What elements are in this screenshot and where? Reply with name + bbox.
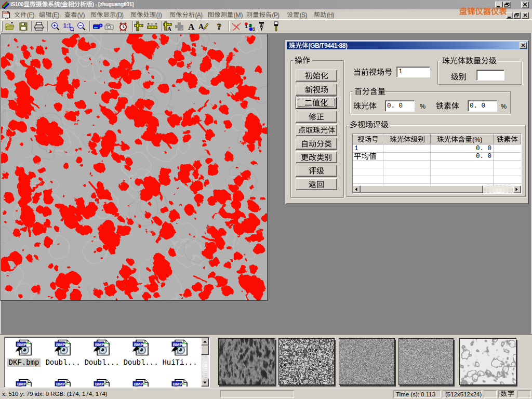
svg-text:(GB/T9441-88): (GB/T9441-88)	[309, 42, 348, 49]
svg-text:BMP: BMP	[173, 382, 182, 387]
svg-text:A: A	[188, 22, 195, 32]
svg-text:(E): (E)	[52, 11, 60, 19]
svg-text:BMP: BMP	[134, 342, 143, 347]
svg-text:BMP: BMP	[17, 382, 26, 387]
svg-text:(H): (H)	[327, 11, 335, 19]
svg-text:(S): (S)	[300, 11, 308, 19]
svg-text:IS100: IS100	[10, 2, 24, 7]
svg-text:(P): (P)	[272, 11, 280, 19]
svg-text:(%): (%)	[472, 136, 482, 143]
svg-text:2: 2	[249, 23, 252, 28]
svg-text:1: 1	[245, 24, 248, 29]
svg-text:BMP: BMP	[173, 342, 182, 347]
svg-text:1:1: 1:1	[63, 22, 71, 29]
svg-text:BMP: BMP	[56, 382, 65, 387]
svg-text:BMP: BMP	[95, 342, 104, 347]
svg-text:) - [zhuguangti01]: ) - [zhuguangti01]	[92, 2, 134, 7]
svg-text:(M): (M)	[233, 11, 243, 19]
svg-text:(V): (V)	[77, 11, 85, 19]
svg-text:(I): (I)	[156, 11, 162, 19]
svg-text:A: A	[167, 25, 171, 32]
svg-text:(A): (A)	[195, 11, 203, 19]
svg-text:3: 3	[252, 26, 255, 32]
svg-text:BMP: BMP	[134, 382, 143, 387]
svg-text:DOC: DOC	[3, 11, 9, 15]
svg-text:BMP: BMP	[17, 342, 26, 347]
svg-text:?: ?	[217, 22, 221, 31]
svg-text:(F): (F)	[27, 11, 35, 19]
svg-text:(D): (D)	[116, 11, 124, 19]
svg-text:BMP: BMP	[95, 382, 104, 387]
svg-text:(: (	[60, 2, 62, 7]
svg-text:BMP: BMP	[56, 342, 65, 347]
